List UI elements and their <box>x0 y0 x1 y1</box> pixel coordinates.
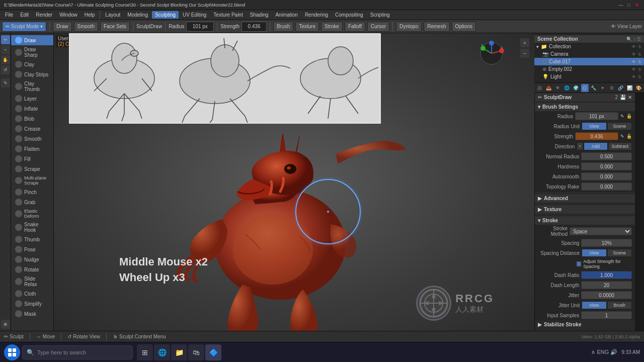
topology-rake-value[interactable]: 0.000 <box>581 183 632 191</box>
menu-layout[interactable]: Layout <box>102 11 123 19</box>
hardness-value[interactable]: 0.000 <box>581 162 632 170</box>
stroke-header[interactable]: ▾ Stroke <box>535 216 635 225</box>
prop-tab-object[interactable]: ⬡ <box>581 84 589 92</box>
tool-smooth[interactable]: ~ <box>1 45 10 54</box>
sculptdraw-close[interactable]: ✕ <box>628 95 632 100</box>
brush-slide-relax[interactable]: Slide Relax <box>11 275 53 289</box>
brush-smooth[interactable]: Smooth <box>11 134 53 144</box>
options-btn[interactable]: Options <box>452 22 476 32</box>
direction-add-btn[interactable]: Add <box>584 142 607 150</box>
brush-blob[interactable]: Blob <box>11 114 53 124</box>
brush-snake-hook[interactable]: Snake Hook <box>11 220 53 234</box>
viewport[interactable]: User Perspective (2) Cube.017 <box>54 33 534 331</box>
menu-texture[interactable]: Texture Paint <box>210 11 246 19</box>
sculpt-mode-btn[interactable]: ✏ Sculpt Mode ▾ <box>2 22 46 32</box>
window-controls[interactable]: — □ ✕ <box>618 2 640 8</box>
stroke-method-select[interactable]: Space <box>570 227 632 235</box>
face-sets-btn[interactable]: Face Sets <box>100 22 130 32</box>
radius-input[interactable] <box>186 22 214 32</box>
close-btn[interactable]: ✕ <box>634 2 640 8</box>
strength-prop-value[interactable]: 0.436 <box>575 132 618 140</box>
brush-draw[interactable]: Draw <box>11 35 53 45</box>
menu-sculpting[interactable]: Sculpting <box>152 11 179 19</box>
spacing-view-btn[interactable]: View <box>582 249 606 257</box>
brush-crease[interactable]: Crease <box>11 124 53 134</box>
tool-draw[interactable]: ✏ <box>1 35 10 44</box>
radius-lock-icon[interactable]: 🔓 <box>626 114 632 119</box>
brush-elastic[interactable]: Elastic Deform <box>11 207 53 220</box>
menu-render[interactable]: Render <box>33 11 55 19</box>
brush-pinch[interactable]: Pinch <box>11 187 53 197</box>
normal-radius-value[interactable]: 0.500 <box>581 152 632 160</box>
prop-tab-physics[interactable]: ⚙ <box>608 84 615 92</box>
autosmooth-value[interactable]: 0.000 <box>581 172 632 180</box>
taskbar-task-view[interactable]: ⊞ <box>137 344 153 360</box>
jitter-value[interactable]: 0.0000 <box>581 291 632 299</box>
viewport-zoom-out[interactable]: − <box>520 49 529 58</box>
brush-thumb[interactable]: Thumb <box>11 234 53 244</box>
menu-scripting[interactable]: Scripting <box>367 11 393 19</box>
tree-cube017[interactable]: ⬡ Cube.017 👁 🖱 <box>534 58 644 65</box>
menu-shading[interactable]: Shading <box>247 11 272 19</box>
brush-inflate[interactable]: Inflate <box>11 104 53 114</box>
tree-light[interactable]: 💡 Light 👁 🖱 <box>534 73 644 80</box>
draw-btn[interactable]: Draw <box>53 22 71 32</box>
menu-uv[interactable]: UV Editing <box>180 11 209 19</box>
radius-unit-scene-btn[interactable]: Scene <box>607 122 632 130</box>
maximize-btn[interactable]: □ <box>626 2 632 8</box>
remesh-btn[interactable]: Remesh <box>424 22 449 32</box>
brush-fill[interactable]: Fill <box>11 154 53 164</box>
direction-add-icon[interactable]: + <box>577 142 583 150</box>
menu-file[interactable]: File <box>2 11 16 19</box>
prop-tab-output[interactable]: 📤 <box>545 84 552 92</box>
start-button[interactable] <box>4 344 20 360</box>
tool-transform[interactable]: ⊕ <box>1 320 10 329</box>
cursor-btn[interactable]: Cursor <box>367 22 389 32</box>
menu-animation[interactable]: Animation <box>272 11 300 19</box>
prop-tab-modifier[interactable]: 🔧 <box>590 84 598 92</box>
taskbar-blender[interactable]: 🔷 <box>205 344 221 360</box>
menu-help[interactable]: Help <box>82 11 98 19</box>
brush-clay-strips[interactable]: Clay Strips <box>11 69 53 79</box>
prop-tab-material[interactable]: 🎨 <box>635 84 642 92</box>
direction-subtract-btn[interactable]: Subtract <box>608 142 632 150</box>
brush-mask[interactable]: Mask <box>11 309 53 319</box>
menu-compositing[interactable]: Compositing <box>332 11 366 19</box>
tool-annotate[interactable]: ✎ <box>1 78 10 87</box>
prop-tab-data[interactable]: 📊 <box>626 84 633 92</box>
jitter-brush-btn[interactable]: Brush <box>607 301 632 309</box>
brush-pose[interactable]: Pose <box>11 244 53 254</box>
taskbar-store[interactable]: 🛍 <box>188 344 204 360</box>
texture-btn[interactable]: Texture <box>295 22 319 32</box>
tree-empty002[interactable]: ⊕ Empty.002 👁 🖱 <box>534 65 644 73</box>
brush-multiplane[interactable]: Multi-plane Scrape <box>11 174 53 187</box>
brush-cloth[interactable]: Cloth <box>11 289 53 299</box>
dash-length-value[interactable]: 20 <box>581 281 632 289</box>
input-samples-value[interactable]: 1 <box>581 311 632 319</box>
strength-lock-icon[interactable]: 🔓 <box>626 134 632 139</box>
strength-edit-icon[interactable]: ✎ <box>620 134 624 139</box>
adjust-strength-checkbox[interactable] <box>577 261 581 266</box>
menu-edit[interactable]: Edit <box>17 11 32 19</box>
prop-tab-render[interactable]: 🎥 <box>536 84 543 92</box>
viewport-gizmo[interactable]: X Y Z <box>479 41 504 66</box>
brush-clay-thumb[interactable]: Clay Thumb <box>11 79 53 94</box>
radius-edit-icon[interactable]: ✎ <box>620 114 624 119</box>
prop-tab-world[interactable]: 🌍 <box>572 84 580 92</box>
radius-prop-value[interactable]: 101 px <box>575 112 618 120</box>
radius-unit-view-btn[interactable]: View <box>582 122 606 130</box>
taskbar-search[interactable]: 🔍 Type here to search <box>22 345 133 359</box>
menu-rendering[interactable]: Rendering <box>302 11 331 19</box>
brush-settings-header[interactable]: ▾ Brush Settings <box>535 103 635 111</box>
smooth-btn[interactable]: Smooth <box>74 22 98 32</box>
brush-clay[interactable]: Clay <box>11 59 53 69</box>
stabilize-stroke-header[interactable]: ▶ Stabilize Stroke <box>535 320 635 329</box>
prop-tab-particles[interactable]: ✦ <box>599 84 606 92</box>
dyntopo-btn[interactable]: Dyntopo <box>396 22 422 32</box>
menu-window[interactable]: Window <box>56 11 80 19</box>
dash-ratio-value[interactable]: 1.000 <box>581 271 632 279</box>
spacing-value[interactable]: 10% <box>581 239 632 247</box>
advanced-header[interactable]: ▶ Advanced <box>535 194 635 203</box>
brush-simplify[interactable]: Simplify <box>11 299 53 309</box>
prop-tab-constraints[interactable]: 🔗 <box>617 84 624 92</box>
